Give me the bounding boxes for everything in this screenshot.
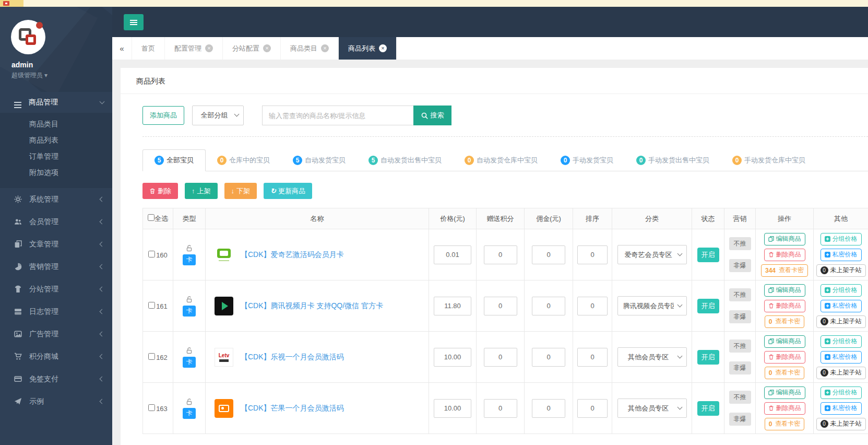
sidebar-subitem[interactable]: 订单管理 xyxy=(0,148,112,165)
group-filter-select[interactable]: 全部分组 xyxy=(192,106,244,125)
sidebar-subitem[interactable]: 商品列表 xyxy=(0,132,112,148)
sort-input[interactable] xyxy=(577,297,608,315)
avatar[interactable] xyxy=(11,20,45,54)
offline-substations-button[interactable]: 0 未上架子站 xyxy=(816,418,866,430)
price-input[interactable] xyxy=(434,297,471,315)
delete-product-button[interactable]: 删除商品 xyxy=(764,249,805,261)
view-cards-button[interactable]: 0查看卡密 xyxy=(765,315,805,328)
not-recommended-badge[interactable]: 不推 xyxy=(729,339,751,353)
not-recommended-badge[interactable]: 不推 xyxy=(729,391,751,404)
not-recommended-badge[interactable]: 不推 xyxy=(729,237,751,250)
product-name-link[interactable]: 【CDK】腾讯视频月卡 支持QQ/微信 官方卡 xyxy=(241,301,383,311)
search-button[interactable]: 搜索 xyxy=(413,106,451,125)
edit-product-button[interactable]: 编辑商品 xyxy=(764,233,805,245)
unlock-icon[interactable] xyxy=(185,398,193,406)
stock-filter-tab[interactable]: 5 全部宝贝 xyxy=(142,149,206,171)
sidebar-subitem[interactable]: 附加选项 xyxy=(0,165,112,181)
group-price-button[interactable]: 分组价格 xyxy=(821,387,862,399)
group-price-button[interactable]: 分组价格 xyxy=(821,233,862,245)
product-name-link[interactable]: 【CDK】芒果一个月会员激活码 xyxy=(241,404,344,413)
price-input[interactable] xyxy=(434,399,471,418)
commission-input[interactable] xyxy=(532,297,565,315)
private-price-button[interactable]: 私密价格 xyxy=(821,351,862,364)
row-checkbox[interactable] xyxy=(148,302,155,309)
offline-substations-button[interactable]: 0 未上架子站 xyxy=(816,367,866,379)
close-icon[interactable] xyxy=(205,44,213,52)
sidebar-item-ads[interactable]: 广告管理 xyxy=(0,323,112,345)
not-recommended-badge[interactable]: 不推 xyxy=(729,288,751,301)
update-products-button[interactable]: 更新商品 xyxy=(264,183,312,199)
points-input[interactable] xyxy=(484,297,517,315)
edit-product-button[interactable]: 编辑商品 xyxy=(764,387,805,399)
sidebar-item-points-mall[interactable]: 积分商城 xyxy=(0,345,112,368)
close-icon[interactable] xyxy=(379,44,387,52)
stock-filter-tab[interactable]: 0 仓库中的宝贝 xyxy=(206,149,281,171)
product-name-link[interactable]: 【CDK】乐视一个月会员激活码 xyxy=(241,353,344,362)
sort-input[interactable] xyxy=(577,399,608,418)
category-select[interactable]: 爱奇艺会员专区 xyxy=(617,245,687,264)
sort-input[interactable] xyxy=(577,348,608,367)
points-input[interactable] xyxy=(484,245,517,264)
price-input[interactable] xyxy=(434,348,471,367)
points-input[interactable] xyxy=(484,399,517,418)
search-input[interactable] xyxy=(262,106,413,125)
browser-tab[interactable] xyxy=(0,0,23,7)
put-on-shelf-button[interactable]: 上架 xyxy=(185,183,218,199)
tab-goods-list[interactable]: 商品列表 xyxy=(339,37,397,60)
sidebar-item-goods[interactable]: 商品管理 xyxy=(0,92,112,113)
status-badge[interactable]: 开启 xyxy=(697,248,719,262)
unlock-icon[interactable] xyxy=(185,296,193,303)
offline-substations-button[interactable]: 0 未上架子站 xyxy=(816,264,866,277)
row-checkbox[interactable] xyxy=(148,251,155,257)
private-price-button[interactable]: 私密价格 xyxy=(821,300,862,312)
commission-input[interactable] xyxy=(532,348,565,367)
product-name-link[interactable]: 【CDK】爱奇艺激活码会员月卡 xyxy=(241,250,344,260)
status-badge[interactable]: 开启 xyxy=(697,401,719,416)
row-checkbox[interactable] xyxy=(148,353,155,360)
select-all-checkbox[interactable] xyxy=(148,214,154,221)
tab-home[interactable]: 首页 xyxy=(132,37,165,60)
collapse-tabs-button[interactable] xyxy=(112,37,132,60)
status-badge[interactable]: 开启 xyxy=(697,299,719,313)
private-price-button[interactable]: 私密价格 xyxy=(821,402,862,415)
not-hot-badge[interactable]: 非爆 xyxy=(729,361,751,374)
close-icon[interactable] xyxy=(263,44,271,52)
unlock-icon[interactable] xyxy=(185,244,193,252)
sidebar-item-logs[interactable]: 日志管理 xyxy=(0,300,112,323)
edit-product-button[interactable]: 编辑商品 xyxy=(764,284,805,297)
add-product-button[interactable]: 添加商品 xyxy=(142,106,184,125)
sidebar-item-examples[interactable]: 示例 xyxy=(0,390,112,413)
stock-filter-tab[interactable]: 0 手动发货宝贝 xyxy=(549,149,625,171)
take-off-shelf-button[interactable]: 下架 xyxy=(224,183,257,199)
private-price-button[interactable]: 私密价格 xyxy=(821,249,862,261)
sidebar-item-articles[interactable]: 文章管理 xyxy=(0,233,112,255)
group-price-button[interactable]: 分组价格 xyxy=(821,335,862,348)
sidebar-item-payment[interactable]: 免签支付 xyxy=(0,368,112,390)
sidebar-item-system[interactable]: 系统管理 xyxy=(0,188,112,210)
unlock-icon[interactable] xyxy=(185,347,193,355)
stock-filter-tab[interactable]: 0 自动发货仓库中宝贝 xyxy=(453,149,549,171)
sidebar-item-members[interactable]: 会员管理 xyxy=(0,210,112,233)
delete-product-button[interactable]: 删除商品 xyxy=(764,402,805,415)
sidebar-subitem[interactable]: 商品类目 xyxy=(0,116,112,132)
category-select[interactable]: 其他会员专区 xyxy=(617,347,687,367)
commission-input[interactable] xyxy=(532,399,565,418)
stock-filter-tab[interactable]: 0 手动发货仓库中宝贝 xyxy=(721,149,817,171)
bulk-delete-button[interactable]: 删除 xyxy=(142,183,178,199)
points-input[interactable] xyxy=(484,348,517,367)
sidebar-toggle-button[interactable] xyxy=(124,14,144,30)
category-select[interactable]: 腾讯视频会员专区 xyxy=(617,296,687,315)
sort-input[interactable] xyxy=(577,245,608,264)
stock-filter-tab[interactable]: 5 自动发货出售中宝贝 xyxy=(357,149,453,171)
not-hot-badge[interactable]: 非爆 xyxy=(729,413,751,426)
commission-input[interactable] xyxy=(532,245,565,264)
tab-goods-category[interactable]: 商品类目 xyxy=(281,37,339,60)
tab-config[interactable]: 配置管理 xyxy=(165,37,223,60)
edit-product-button[interactable]: 编辑商品 xyxy=(764,335,805,348)
sidebar-item-marketing[interactable]: 营销管理 xyxy=(0,255,112,278)
status-badge[interactable]: 开启 xyxy=(697,350,719,365)
not-hot-badge[interactable]: 非爆 xyxy=(729,310,751,323)
delete-product-button[interactable]: 删除商品 xyxy=(764,300,805,312)
delete-product-button[interactable]: 删除商品 xyxy=(764,351,805,364)
group-price-button[interactable]: 分组价格 xyxy=(821,284,862,297)
